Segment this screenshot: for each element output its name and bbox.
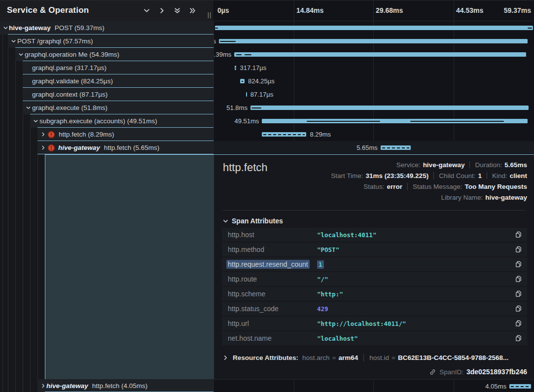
resource-attributes-row[interactable]: Resource Attributes: host.arch=arm64host… <box>223 354 527 361</box>
tree-row[interactable]: hive-gatewayhttp.fetch (4.05ms) <box>37 379 214 392</box>
expander-chevron-right-icon[interactable] <box>40 145 46 150</box>
span-operation-label: graphql.context (87.17µs) <box>32 91 107 98</box>
attribute-row[interactable]: net.host.name"localhost" <box>222 331 527 345</box>
expander-chevron-down-icon[interactable] <box>10 38 17 44</box>
attribute-key: http.route <box>228 275 257 283</box>
resource-value: BC62E13B-C4CC-5854-9788-2568... <box>398 354 508 361</box>
expander-chevron-right-icon[interactable] <box>40 132 46 137</box>
span-duration-bar[interactable] <box>215 26 533 30</box>
timeline-row[interactable]: 5.65ms <box>214 141 534 154</box>
tree-row-border <box>37 141 214 141</box>
timeline-row-bottom: 4.05ms <box>214 379 534 392</box>
timeline-row[interactable]: 49.51ms <box>214 114 534 128</box>
span-operation-label: graphql.execute (51.8ms) <box>32 104 107 111</box>
span-duration-bar[interactable] <box>250 106 529 110</box>
indent-guide <box>15 21 16 392</box>
span-duration-bar[interactable] <box>246 92 247 97</box>
tree-row[interactable]: http.fetch (8.29ms) <box>37 128 214 141</box>
copy-icon[interactable] <box>515 290 523 298</box>
span-operation-label: subgraph.execute (accounts) (49.51ms) <box>39 117 157 125</box>
span-duration-bar[interactable] <box>262 132 306 137</box>
copy-icon[interactable] <box>515 334 523 342</box>
link-icon[interactable] <box>429 368 436 376</box>
tree-row[interactable]: graphql.operation Me (54.39ms) <box>15 48 214 61</box>
metadata-item: Kind:client <box>492 172 527 179</box>
span-duration-bar[interactable] <box>234 52 526 57</box>
error-icon <box>47 144 55 152</box>
timeline-row[interactable]: 54.39ms <box>214 48 534 61</box>
attribute-key: http.status_code <box>228 305 279 313</box>
span-title: http.fetch <box>223 161 268 174</box>
metadata-value: 1 <box>478 172 482 179</box>
expander-chevron-down-icon[interactable] <box>33 118 39 124</box>
timeline-row[interactable]: 57.57ms <box>214 35 534 48</box>
metadata-line: Start Time:31ms (23:35:49.225)Child Coun… <box>331 170 527 181</box>
expander-chevron-down-icon[interactable] <box>2 25 9 31</box>
bar-child-marker <box>236 54 242 55</box>
metadata-value: hive-gateway <box>485 194 527 201</box>
timeline-row[interactable]: 824.25µs <box>214 74 534 88</box>
copy-icon[interactable] <box>515 231 523 239</box>
span-duration-bar[interactable] <box>240 79 245 83</box>
timeline-axis: 0µs14.84ms29.68ms44.53ms59.37ms <box>214 0 534 21</box>
resource-key: host.id <box>369 354 389 361</box>
attribute-row[interactable]: http.method"POST" <box>222 243 527 256</box>
attribute-row[interactable]: http.host"localhost:4011" <box>222 228 527 242</box>
tree-row[interactable]: graphql.execute (51.8ms) <box>23 101 214 114</box>
attribute-row[interactable]: http.scheme"http:" <box>222 287 527 301</box>
tree-row[interactable]: subgraph.execute (accounts) (49.51ms) <box>30 114 214 128</box>
span-id-value: 3de02518937fb246 <box>466 368 527 376</box>
span-metadata: Service:hive-gatewayDuration:5.65msStart… <box>331 159 527 203</box>
span-duration-bar[interactable] <box>381 145 411 150</box>
metadata-separator <box>407 183 408 190</box>
tree-row[interactable]: graphql.parse (317.17µs) <box>23 61 214 74</box>
tree-row[interactable]: graphql.context (87.17µs) <box>23 88 214 101</box>
bar-child-marker <box>528 28 532 29</box>
timeline-row[interactable]: 317.17µs <box>214 61 534 74</box>
chevron-right-icon[interactable] <box>158 6 166 15</box>
timeline-row[interactable]: 87.17µs <box>214 88 534 101</box>
expander-chevron-down-icon[interactable] <box>18 52 24 57</box>
bar-child-marker <box>251 107 261 108</box>
timeline-row[interactable]: 8.29ms <box>214 128 534 141</box>
service-name: hive-gateway <box>58 144 100 151</box>
tree-row[interactable]: POST /graphql (57.57ms) <box>8 35 214 48</box>
span-id-label: SpanID: <box>439 368 463 376</box>
copy-icon[interactable] <box>515 246 523 253</box>
double-chevron-right-icon[interactable] <box>188 6 197 15</box>
attribute-row[interactable]: http.status_code429 <box>222 302 527 316</box>
metadata-label: Kind: <box>492 172 507 179</box>
panel-resize-handle[interactable]: || <box>208 11 212 18</box>
resource-equals: = <box>332 354 336 361</box>
metadata-separator <box>487 172 487 179</box>
span-attributes-table: http.host"localhost:4011"http.method"POS… <box>222 228 527 346</box>
copy-icon[interactable] <box>515 275 523 283</box>
double-chevron-down-icon[interactable] <box>173 6 181 15</box>
attribute-row[interactable]: http.route"/" <box>222 272 527 286</box>
span-duration-bar[interactable] <box>219 39 528 43</box>
chevron-down-icon[interactable] <box>142 6 151 15</box>
timeline-row[interactable]: 51.8ms <box>214 101 534 114</box>
bar-child-marker <box>215 28 218 29</box>
tree-row-selected[interactable]: hive-gatewayhttp.fetch (5.65ms) <box>37 141 214 154</box>
span-operation-label: graphql.validate (824.25µs) <box>32 77 113 85</box>
attribute-key: http.method <box>228 246 264 253</box>
attribute-row[interactable]: http.url"http://localhost:4011/" <box>222 317 527 330</box>
copy-icon[interactable] <box>515 260 523 268</box>
tree-row[interactable]: graphql.validate (824.25µs) <box>23 74 214 88</box>
indent-guide <box>2 21 3 392</box>
expander-chevron-down-icon[interactable] <box>25 105 32 110</box>
span-attributes-header[interactable]: Span Attributes <box>223 217 283 225</box>
bar-child-marker <box>410 121 504 122</box>
attribute-row[interactable]: http.request.resend_count1 <box>222 257 527 271</box>
tree-row[interactable]: hive-gatewayPOST (59.37ms) <box>0 21 214 35</box>
expander-chevron-right-icon[interactable] <box>40 383 46 389</box>
span-duration-bar[interactable] <box>235 66 236 70</box>
attribute-key: http.request.resend_count <box>226 260 310 269</box>
timeline-row[interactable] <box>214 21 534 35</box>
copy-icon[interactable] <box>515 305 523 313</box>
span-duration-bar[interactable] <box>262 119 528 123</box>
resource-attributes-title: Resource Attributes: <box>233 354 298 361</box>
span-duration-bar[interactable] <box>509 384 531 389</box>
copy-icon[interactable] <box>515 320 523 327</box>
